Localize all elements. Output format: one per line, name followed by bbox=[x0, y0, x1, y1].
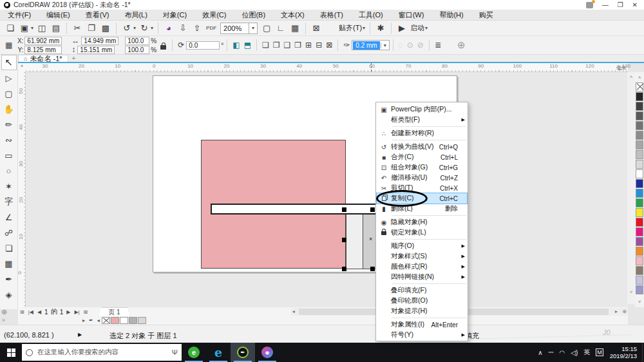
context-menu-item-颜色样式R[interactable]: 颜色样式(R)▶ bbox=[377, 262, 467, 272]
selection-handle[interactable] bbox=[342, 238, 346, 242]
context-menu-item-转换为曲线V[interactable]: ↺转换为曲线(V)Ctrl+Q bbox=[377, 142, 467, 152]
hscroll-zoom-icon[interactable]: ⊕ bbox=[622, 309, 627, 314]
doc-color-swatch-#ffffff[interactable] bbox=[120, 317, 128, 324]
selection-handle[interactable] bbox=[370, 267, 375, 271]
print-button[interactable]: ▤ bbox=[50, 22, 62, 35]
menubar-item-6[interactable]: 位图(B) bbox=[234, 10, 273, 20]
freehand-tool[interactable]: ✏ bbox=[1, 117, 17, 132]
mirror-vertical-icon[interactable]: ⬒ bbox=[244, 41, 251, 50]
scroll-down-icon[interactable]: ˅ bbox=[627, 289, 635, 295]
ruler-origin[interactable]: ⌖ bbox=[18, 63, 26, 72]
color-swatch-#a6a6a6[interactable] bbox=[636, 140, 643, 149]
palette-scroll-up-icon[interactable]: ˄ bbox=[635, 75, 644, 81]
object-width-field[interactable]: 14.949 mm bbox=[81, 37, 118, 45]
color-swatch-#595959[interactable] bbox=[636, 111, 643, 120]
selection-handle[interactable] bbox=[342, 207, 346, 212]
color-swatch-#c6c2e2[interactable] bbox=[636, 276, 643, 285]
crop-tool[interactable]: ▢ bbox=[1, 86, 17, 101]
context-menu-item-PowerClip 内部P[interactable]: ▣PowerClip 内部(P)... bbox=[377, 104, 467, 115]
outline-width-combo[interactable]: 0.2 mm ▾ bbox=[352, 40, 389, 50]
menubar-item-5[interactable]: 效果(C) bbox=[194, 10, 234, 20]
menubar-item-11[interactable]: 帮助(H) bbox=[431, 10, 471, 20]
shaping-icon-5[interactable]: ⊟ bbox=[316, 41, 322, 50]
minimize-button[interactable]: — bbox=[602, 1, 609, 8]
docpal-left-icon[interactable]: ◂ bbox=[97, 318, 100, 323]
shadow-tool[interactable]: ❏ bbox=[1, 240, 17, 256]
palette-scroll-down-icon[interactable]: ˅ bbox=[635, 299, 644, 305]
taskbar-app-edge[interactable]: e bbox=[206, 343, 231, 362]
color-swatch-#f3b8c2[interactable] bbox=[636, 256, 643, 265]
doc-color-swatch-#ecabae[interactable] bbox=[111, 317, 119, 324]
ime-indicator[interactable]: M bbox=[596, 348, 603, 356]
color-swatch-#d9d9d9[interactable] bbox=[636, 160, 643, 169]
context-menu-item-撤消移动U[interactable]: ↶撤消移动(U)Ctrl+Z bbox=[377, 173, 467, 183]
selection-handle[interactable] bbox=[342, 267, 346, 271]
white-bar-shape[interactable] bbox=[211, 204, 377, 214]
context-menu-item-隐藏对象H[interactable]: ◉隐藏对象(H) bbox=[377, 217, 467, 227]
shaping-icon-3[interactable]: ❒ bbox=[294, 41, 301, 50]
color-swatch-#737373[interactable] bbox=[636, 121, 643, 130]
status-flyout-icon[interactable]: ▶ bbox=[78, 332, 82, 338]
context-menu-item-叠印轮廓O[interactable]: 叠印轮廓(O) bbox=[377, 296, 467, 306]
drawing-canvas[interactable]: × bbox=[26, 72, 628, 307]
open-caret-icon[interactable]: ▾ bbox=[31, 25, 33, 31]
shaping-icon-6[interactable]: ⊠ bbox=[326, 41, 332, 50]
new-document-button[interactable]: ❏ bbox=[4, 22, 17, 35]
color-swatch-#9c4f9e[interactable] bbox=[636, 237, 643, 246]
menubar-item-4[interactable]: 对象(C) bbox=[155, 10, 194, 20]
zoom-level-combo[interactable]: 200%▾ bbox=[220, 23, 258, 34]
publish-pdf-button[interactable]: PDF bbox=[205, 22, 218, 35]
pick-tool[interactable]: ↖ bbox=[1, 55, 17, 70]
doc-no-color-swatch[interactable] bbox=[102, 317, 110, 324]
color-swatch-#404040[interactable] bbox=[636, 102, 643, 111]
save-button[interactable]: ◫ bbox=[35, 22, 48, 35]
menubar-item-2[interactable]: 查看(V) bbox=[78, 10, 117, 20]
cut-button[interactable]: ✂ bbox=[71, 22, 84, 35]
add-page-before-icon[interactable]: ⊞ bbox=[20, 309, 24, 315]
menubar-item-8[interactable]: 表格(T) bbox=[312, 10, 351, 20]
taskbar-app-photo-paint[interactable]: ◉ bbox=[255, 343, 279, 362]
smart-fill-tool[interactable]: ◈ bbox=[1, 287, 17, 302]
menubar-item-1[interactable]: 编辑(E) bbox=[39, 10, 78, 20]
volume-icon[interactable]: ◁) bbox=[571, 349, 578, 356]
full-screen-preview-button[interactable]: ▢ bbox=[260, 22, 273, 35]
rotation-field[interactable]: 0.0 bbox=[186, 41, 220, 50]
color-swatch-#9b97cf[interactable] bbox=[636, 285, 643, 294]
doc-color-swatch-#b2b2b2[interactable] bbox=[129, 317, 137, 324]
context-menu-item-符号Y[interactable]: 符号(Y)▶ bbox=[377, 330, 467, 340]
toolbox-overflow-icon[interactable]: » bbox=[2, 317, 5, 323]
color-swatch-#e81224[interactable] bbox=[636, 218, 643, 227]
rectangle-tool[interactable]: ▭ bbox=[1, 148, 17, 163]
context-menu-item-框类型F[interactable]: 框类型(F)▶ bbox=[377, 115, 467, 125]
gray-rectangle-light[interactable] bbox=[346, 214, 363, 269]
y-position-field[interactable]: 8.125 mm bbox=[24, 46, 62, 54]
menubar-item-7[interactable]: 文本(X) bbox=[273, 10, 312, 20]
shaping-icon-2[interactable]: ❑ bbox=[284, 41, 291, 50]
next-page-icon[interactable]: ▶ bbox=[66, 309, 70, 315]
close-button[interactable]: ✕ bbox=[632, 1, 638, 8]
microphone-icon[interactable]: Ψ bbox=[172, 348, 178, 356]
page-1-tab[interactable]: 页 1 bbox=[99, 307, 129, 316]
context-menu-item-因特网链接N[interactable]: 因特网链接(N)▶ bbox=[377, 272, 467, 282]
dimension-tool[interactable]: ∠ bbox=[1, 209, 17, 225]
scale-x-field[interactable]: 100.0 bbox=[125, 37, 149, 45]
language-indicator[interactable]: 英 bbox=[583, 348, 590, 357]
vertical-ruler[interactable]: 50403020100 bbox=[18, 72, 26, 307]
launch-button[interactable]: ▶ bbox=[395, 22, 408, 35]
context-menu-item-锁定对象L[interactable]: 锁定对象(L) bbox=[377, 227, 467, 238]
color-swatch-#f38b24[interactable] bbox=[636, 247, 643, 256]
snap-menu-caret-icon[interactable]: ▾ bbox=[363, 25, 365, 31]
context-menu-item-叠印填充F[interactable]: 叠印填充(F) bbox=[377, 285, 467, 296]
tray-chevron-icon[interactable]: ∧ bbox=[538, 349, 542, 356]
vertical-scrollbar[interactable]: ˄ ˅ bbox=[627, 72, 635, 304]
shape-tool[interactable]: ▷ bbox=[1, 70, 17, 86]
lock-ratio-icon[interactable] bbox=[160, 45, 166, 50]
last-page-icon[interactable]: ▶| bbox=[74, 309, 79, 315]
show-grid-button[interactable]: ▦ bbox=[289, 22, 301, 35]
shaping-icon-0[interactable]: ❏ bbox=[262, 41, 269, 50]
battery-icon[interactable]: ⎓ bbox=[548, 348, 553, 356]
selection-handle[interactable] bbox=[370, 207, 375, 212]
document-tab[interactable]: ⌂ 未命名 -1* bbox=[18, 55, 68, 62]
scale-y-field[interactable]: 100.0 bbox=[125, 46, 149, 54]
context-menu-item-对象提示H[interactable]: 对象提示(H) bbox=[377, 306, 467, 316]
